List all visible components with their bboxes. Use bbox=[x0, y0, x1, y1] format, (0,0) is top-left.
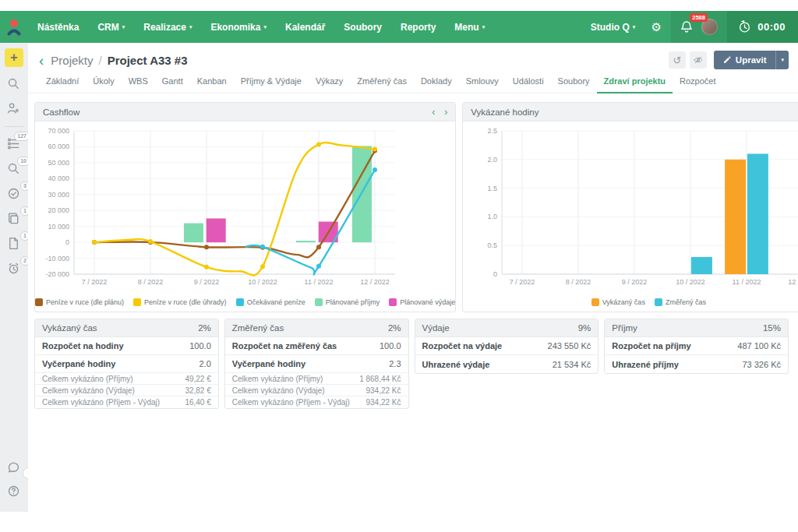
sidebar-user-add-button[interactable] bbox=[6, 101, 22, 117]
row-value: 100.0 bbox=[380, 341, 401, 351]
svg-text:2.0: 2.0 bbox=[488, 156, 498, 164]
nav-item-label: Menu bbox=[454, 22, 478, 33]
breadcrumb-projects[interactable]: Projekty bbox=[51, 54, 93, 67]
card-title: Změřený čas bbox=[232, 323, 284, 333]
sidebar-approvals-button[interactable]: 3 bbox=[6, 186, 22, 202]
watch-button[interactable] bbox=[690, 51, 707, 69]
reminders-icon bbox=[6, 261, 21, 276]
add-button[interactable]: + bbox=[5, 48, 23, 67]
svg-text:50 000: 50 000 bbox=[48, 159, 69, 167]
nav-item-n-st-nka[interactable]: Nástěnka bbox=[28, 11, 88, 43]
tab-zm-en-as[interactable]: Změřený čas bbox=[350, 76, 414, 93]
card-row: Rozpočet na změřený čas100.0 bbox=[225, 337, 408, 355]
row-value: 16,40 € bbox=[185, 398, 210, 407]
card-percent: 2% bbox=[388, 323, 401, 333]
row-label: Rozpočet na hodiny bbox=[42, 341, 124, 351]
legend-label: Peníze v ruce (dle úhrady) bbox=[144, 298, 227, 306]
svg-text:7 / 2022: 7 / 2022 bbox=[82, 278, 108, 286]
settings-button[interactable]: ⚙ bbox=[646, 17, 666, 37]
svg-text:10 000: 10 000 bbox=[48, 223, 69, 231]
edit-button[interactable]: Upravit bbox=[714, 51, 776, 69]
legend-item: Plánované výdaje bbox=[389, 298, 455, 306]
svg-text:-10 000: -10 000 bbox=[45, 255, 69, 262]
tab-v-kazy[interactable]: Výkazy bbox=[309, 76, 350, 93]
svg-text:11 / 2022: 11 / 2022 bbox=[305, 278, 334, 286]
svg-text:0: 0 bbox=[65, 238, 69, 246]
card-vyk-zan-as: Vykázaný čas2%Rozpočet na hodiny100.0Vyč… bbox=[34, 319, 219, 409]
chart-legend: Vykázaný časZměřený čas bbox=[463, 294, 798, 311]
svg-text:-20 000: -20 000 bbox=[45, 270, 69, 278]
workspace-label: Studio Q bbox=[591, 22, 630, 33]
tab-smlouvy[interactable]: Smlouvy bbox=[459, 76, 506, 93]
sidebar-chat-button[interactable] bbox=[6, 460, 22, 476]
time-tracker[interactable]: 00:00 bbox=[727, 11, 798, 43]
workspace-switcher[interactable]: Studio Q ▾ bbox=[584, 22, 642, 33]
row-value: 2.3 bbox=[389, 359, 401, 368]
page-header: ‹ Projekty / Project A33 #3 ↺ Uprav bbox=[28, 43, 798, 69]
tab-rozpo-et[interactable]: Rozpočet bbox=[673, 76, 722, 93]
sidebar-help-button[interactable] bbox=[6, 484, 22, 499]
eye-off-icon bbox=[693, 55, 704, 65]
sidebar-documents-button[interactable]: 1 bbox=[6, 236, 22, 252]
row-value: 487 100 Kč bbox=[737, 341, 781, 351]
approvals-icon bbox=[6, 186, 21, 201]
panel-vyk-zan-hodiny: Vykázané hodiny‹›2.52.01.51.00.507 / 202… bbox=[462, 102, 798, 312]
user-add-icon bbox=[6, 101, 21, 116]
nav-item-ekonomika[interactable]: Ekonomika▾ bbox=[201, 11, 276, 43]
header-actions: ↺ Upravit ▾ bbox=[669, 51, 789, 69]
nav-item-reporty[interactable]: Reporty bbox=[391, 11, 445, 43]
navbar-right: Studio Q ▾ ⚙ 2588 00:00 bbox=[584, 11, 798, 43]
nav-item-label: Ekonomika bbox=[210, 22, 260, 33]
card-p-jmy: Příjmy15%Rozpočet na příjmy487 100 KčUhr… bbox=[604, 319, 789, 374]
svg-text:70 000: 70 000 bbox=[48, 127, 69, 135]
sidebar-reminders-button[interactable]: 2 bbox=[6, 261, 22, 277]
cashflow-chart: 70 00060 00050 00040 00030 00020 00010 0… bbox=[35, 122, 406, 292]
tab-wbs[interactable]: WBS bbox=[122, 76, 155, 93]
nav-item-menu[interactable]: Menu▾ bbox=[445, 11, 494, 43]
tab-zdrav-projektu[interactable]: Zdraví projektu bbox=[597, 76, 673, 93]
nav-item-crm[interactable]: CRM▾ bbox=[88, 11, 134, 43]
main-content: ‹ Projekty / Project A33 #3 ↺ Uprav bbox=[28, 43, 798, 532]
sidebar-task-search-button[interactable]: 10 bbox=[6, 161, 22, 177]
copied-docs-icon bbox=[6, 211, 21, 226]
svg-text:11 / 2022: 11 / 2022 bbox=[733, 278, 761, 286]
row-value: 100.0 bbox=[189, 341, 211, 351]
back-button[interactable]: ‹ bbox=[39, 53, 44, 68]
panel-prev-button[interactable]: ‹ bbox=[432, 107, 435, 117]
row-label: Rozpočet na změřený čas bbox=[232, 341, 337, 351]
tab-doklady[interactable]: Doklady bbox=[414, 76, 459, 93]
svg-text:9 / 2022: 9 / 2022 bbox=[194, 278, 220, 286]
chart-legend: Peníze v ruce (dle plánu)Peníze v ruce (… bbox=[35, 294, 455, 311]
tab-gantt[interactable]: Gantt bbox=[155, 76, 190, 93]
sidebar-search-button[interactable] bbox=[6, 76, 22, 92]
pencil-icon bbox=[723, 56, 731, 64]
legend-swatch bbox=[236, 298, 244, 306]
tab-ud-losti[interactable]: Události bbox=[506, 76, 551, 93]
row-value: 2.0 bbox=[199, 359, 210, 368]
row-label: Celkem vykázáno (Výdaje) bbox=[232, 386, 325, 395]
nav-item-soubory[interactable]: Soubory bbox=[334, 11, 391, 43]
panel-next-button[interactable]: › bbox=[444, 107, 447, 117]
nav-item-realizace[interactable]: Realizace▾ bbox=[134, 11, 201, 43]
tab-z-kladn[interactable]: Základní bbox=[39, 76, 86, 93]
chevron-left-icon: ‹ bbox=[39, 52, 44, 69]
notifications-badge: 2588 bbox=[690, 13, 708, 22]
tab-soubory[interactable]: Soubory bbox=[551, 76, 597, 93]
svg-text:12 / 2022: 12 / 2022 bbox=[789, 278, 798, 286]
app-logo[interactable] bbox=[0, 11, 28, 43]
card-row: Rozpočet na hodiny100.0 bbox=[35, 337, 218, 355]
sidebar-copied-docs-button[interactable]: 1 bbox=[6, 211, 22, 227]
nav-item-kalend[interactable]: Kalendář bbox=[276, 11, 334, 43]
sidebar-task-list-button[interactable]: 127 bbox=[6, 136, 22, 152]
history-button[interactable]: ↺ bbox=[669, 51, 686, 69]
svg-text:20 000: 20 000 bbox=[48, 206, 69, 214]
tab-koly[interactable]: Úkoly bbox=[86, 76, 122, 93]
card-percent: 9% bbox=[578, 323, 591, 333]
tab-p-jmy-v-daje[interactable]: Příjmy & Výdaje bbox=[234, 76, 309, 93]
summary-cards-row: Vykázaný čas2%Rozpočet na hodiny100.0Vyč… bbox=[28, 312, 798, 409]
edit-dropdown-button[interactable]: ▾ bbox=[775, 51, 789, 69]
tab-kanban[interactable]: Kanban bbox=[190, 76, 234, 93]
chevron-down-icon: ▾ bbox=[633, 24, 636, 30]
legend-label: Peníze v ruce (dle plánu) bbox=[46, 298, 124, 306]
left-sidebar: + 127103112 › bbox=[0, 43, 28, 512]
